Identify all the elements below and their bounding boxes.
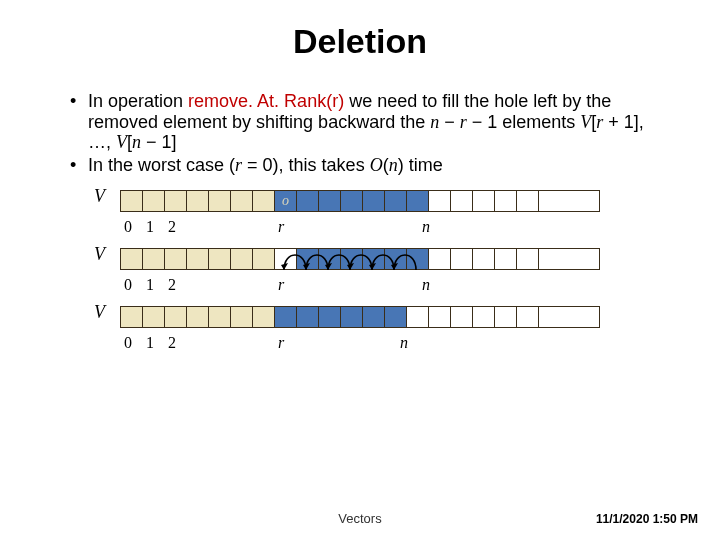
- array-cell: [495, 249, 517, 269]
- array-cell: [253, 191, 275, 211]
- array-cell: [495, 191, 517, 211]
- array-cell: [517, 307, 539, 327]
- array-label: V: [94, 302, 105, 323]
- array-row-1: V o: [120, 190, 600, 212]
- array-cell: [407, 249, 429, 269]
- array-cell: [451, 307, 473, 327]
- array-cell: [539, 191, 561, 211]
- array-cell: [231, 307, 253, 327]
- bullet-2: In the worst case (r = 0), this takes O(…: [70, 155, 650, 176]
- array-cell: [209, 249, 231, 269]
- array-cell: [473, 307, 495, 327]
- array-cell: o: [275, 191, 297, 211]
- array-cell: [297, 249, 319, 269]
- array-cell: [429, 249, 451, 269]
- diagram: V o 0 1 2 r n V: [120, 190, 600, 354]
- axis-1: 0 1 2 r n: [120, 218, 600, 238]
- array-cell: [121, 307, 143, 327]
- array-cell: [429, 191, 451, 211]
- array-cell: [539, 307, 561, 327]
- array-cell: [319, 249, 341, 269]
- array-label: V: [94, 186, 105, 207]
- array-cell: [407, 307, 429, 327]
- array-cell: [121, 191, 143, 211]
- array-cell: [363, 307, 385, 327]
- array-cell: [143, 191, 165, 211]
- array-cell: [429, 307, 451, 327]
- array-cell: [165, 249, 187, 269]
- array-cell: [341, 249, 363, 269]
- array-cell: [539, 249, 561, 269]
- array-cell: [363, 249, 385, 269]
- array-cell: [143, 249, 165, 269]
- array-cell: [209, 191, 231, 211]
- array-cell: [473, 191, 495, 211]
- array-cell: [187, 307, 209, 327]
- array-cell: [165, 307, 187, 327]
- array-cell: [275, 249, 297, 269]
- array-cell: [253, 307, 275, 327]
- bullet-1: In operation remove. At. Rank(r) we need…: [70, 91, 650, 153]
- footer-timestamp: 11/1/2020 1:50 PM: [596, 512, 698, 526]
- array-cell: [319, 191, 341, 211]
- array-cell: [495, 307, 517, 327]
- array-cell: [385, 249, 407, 269]
- array-cell: [275, 307, 297, 327]
- array-cell: [187, 249, 209, 269]
- array-cell: [385, 307, 407, 327]
- axis-2: 0 1 2 r n: [120, 276, 600, 296]
- array-cell: [231, 249, 253, 269]
- axis-3: 0 1 2 r n: [120, 334, 600, 354]
- array-cell: [451, 191, 473, 211]
- array-cell: [297, 191, 319, 211]
- array-cell: [121, 249, 143, 269]
- array-cell: [319, 307, 341, 327]
- array-cell: [407, 191, 429, 211]
- array-cell: [253, 249, 275, 269]
- array-cell: [209, 307, 231, 327]
- array-cell: [165, 191, 187, 211]
- array-cell: [517, 249, 539, 269]
- array-cell: [473, 249, 495, 269]
- array-cell: [517, 191, 539, 211]
- array-label: V: [94, 244, 105, 265]
- array-cell: [341, 307, 363, 327]
- array-row-3: V: [120, 306, 600, 328]
- array-cell: [143, 307, 165, 327]
- array-cell: [187, 191, 209, 211]
- bullet-list: In operation remove. At. Rank(r) we need…: [70, 91, 650, 176]
- array-cell: [385, 191, 407, 211]
- array-cell: [231, 191, 253, 211]
- array-cell: [341, 191, 363, 211]
- array-row-2: V: [120, 248, 600, 270]
- array-cell: [363, 191, 385, 211]
- array-cell: [297, 307, 319, 327]
- array-cell: [451, 249, 473, 269]
- slide-title: Deletion: [0, 22, 720, 61]
